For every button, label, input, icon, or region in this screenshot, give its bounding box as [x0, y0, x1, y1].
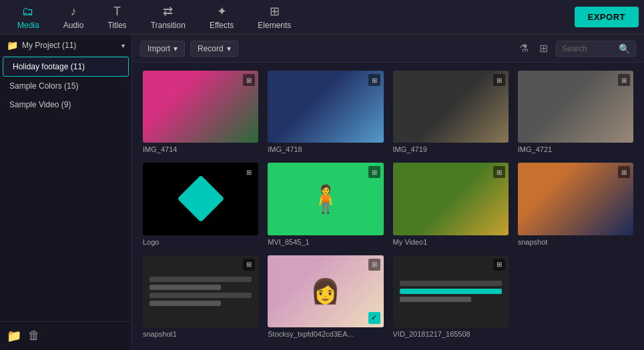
media-grid: ⊞ IMG_4714 ⊞ IMG_4718 ⊞ IMG_4719	[132, 63, 644, 350]
import-chevron-icon: ▾	[174, 44, 178, 53]
transition-icon: ⇄	[163, 4, 173, 19]
toolbar-elements-label: Elements	[258, 21, 291, 30]
toolbar-titles[interactable]: T Titles	[95, 2, 138, 33]
import-label: Import	[147, 44, 170, 53]
media-icon: 🗂	[22, 5, 34, 19]
media-label-img4719: IMG_4719	[393, 145, 509, 153]
main-area: 📁 My Project (11) ▾ Holiday footage (11)…	[0, 35, 644, 350]
media-item-myvideo[interactable]: ⊞ My Video1	[393, 163, 509, 245]
line4	[149, 301, 221, 306]
toolbar-transition[interactable]: ⇄ Transition	[139, 1, 198, 33]
toolbar-effects-label: Effects	[210, 21, 234, 30]
thumb-lines	[393, 255, 509, 327]
search-box: 🔍	[556, 41, 636, 57]
sidebar-project-label: My Project (11)	[22, 41, 76, 50]
media-thumb-snap1: ⊞	[143, 255, 258, 327]
line1	[149, 277, 252, 282]
photo-icon: ⊞	[493, 74, 505, 86]
media-label-stocksy: Stocksy_txpfd042cd3EA...	[268, 330, 383, 338]
toolbar-titles-label: Titles	[107, 21, 126, 30]
media-item-img4719[interactable]: ⊞ IMG_4719	[393, 71, 509, 153]
toolbar-media[interactable]: 🗂 Media	[5, 2, 51, 33]
media-item-img4714[interactable]: ⊞ IMG_4714	[143, 71, 258, 153]
export-button[interactable]: EXPORT	[575, 7, 639, 27]
media-item-vid20181217[interactable]: ⊞ VID_20181217_165508	[393, 255, 509, 338]
photo-icon: ⊞	[243, 74, 255, 86]
media-label-snapshot: snapshot	[518, 238, 633, 246]
sidebar-project[interactable]: 📁 My Project (11) ▾	[0, 35, 131, 57]
media-item-img4721[interactable]: ⊞ IMG_4721	[518, 71, 633, 153]
video-icon: ⊞	[493, 166, 505, 178]
main-toolbar: 🗂 Media ♪ Audio T Titles ⇄ Transition ✦ …	[0, 0, 644, 35]
content-area: Import ▾ Record ▾ ⚗ ⊞ 🔍 ⊞ IMG_4714	[132, 35, 644, 350]
media-label-img4721: IMG_4721	[518, 145, 633, 153]
media-label-myvideo: My Video1	[393, 238, 509, 246]
toolbar-audio-label: Audio	[63, 21, 84, 30]
search-icon: 🔍	[619, 43, 630, 54]
media-label-vid20181217: VID_20181217_165508	[393, 330, 509, 338]
record-chevron-icon: ▾	[227, 44, 231, 53]
toolbar-transition-label: Transition	[151, 21, 186, 30]
filter-icon[interactable]: ⚗	[517, 39, 531, 57]
sidebar-item-sample-video[interactable]: Sample Video (9)	[0, 95, 131, 114]
media-thumb-snapshot: ⊞	[518, 163, 633, 235]
logo-diamond	[177, 175, 224, 223]
elements-icon: ⊞	[270, 4, 280, 19]
media-thumb-stocksy: 👩 ⊞ ✓	[268, 255, 383, 327]
line3	[400, 297, 471, 302]
audio-icon: ♪	[71, 5, 77, 19]
video-icon: ⊞	[243, 166, 255, 178]
toolbar-elements[interactable]: ⊞ Elements	[246, 1, 303, 33]
sidebar-item-holiday-label: Holiday footage (11)	[13, 62, 85, 71]
media-item-snapshot1[interactable]: ⊞ snapshot1	[143, 255, 258, 338]
media-thumb-img4714: ⊞	[143, 71, 258, 143]
media-item-mvi8545[interactable]: 🧍 ⊞ MVI_8545_1	[268, 163, 383, 245]
media-label-snapshot1: snapshot1	[143, 330, 258, 338]
remove-folder-icon[interactable]: 🗑	[28, 329, 40, 343]
sidebar-item-sample-colors-label: Sample Colors (15)	[9, 81, 78, 91]
media-thumb-img4718: ⊞	[268, 71, 383, 143]
media-label-img4718: IMG_4718	[268, 145, 383, 153]
grid-icon[interactable]: ⊞	[537, 39, 551, 57]
sidebar: 📁 My Project (11) ▾ Holiday footage (11)…	[0, 35, 132, 350]
media-thumb-logo: ⊞	[143, 163, 258, 235]
media-label-logo: Logo	[143, 238, 258, 246]
sidebar-item-holiday[interactable]: Holiday footage (11)	[3, 57, 129, 77]
search-input[interactable]	[562, 44, 615, 53]
line3	[149, 293, 252, 298]
person-icon: 👩	[310, 277, 340, 305]
media-thumb-vid: ⊞	[393, 255, 509, 327]
photo-icon: ⊞	[368, 74, 380, 86]
thumb-lines	[143, 255, 258, 327]
line2	[149, 285, 221, 290]
folder-icon: 📁	[7, 40, 18, 51]
content-toolbar: Import ▾ Record ▾ ⚗ ⊞ 🔍	[132, 35, 644, 63]
line1	[400, 281, 502, 286]
media-thumb-img4721: ⊞	[518, 71, 633, 143]
add-folder-icon[interactable]: 📁	[7, 329, 21, 343]
toolbar-media-label: Media	[17, 21, 39, 30]
sidebar-item-sample-colors[interactable]: Sample Colors (15)	[0, 77, 131, 95]
media-thumb-mvi: 🧍 ⊞	[268, 163, 383, 235]
media-item-img4718[interactable]: ⊞ IMG_4718	[268, 71, 383, 153]
titles-icon: T	[113, 5, 121, 19]
media-item-logo[interactable]: ⊞ Logo	[143, 163, 258, 245]
media-item-snapshot[interactable]: ⊞ snapshot	[518, 163, 633, 245]
media-thumb-myvideo: ⊞	[393, 163, 509, 235]
record-button[interactable]: Record ▾	[190, 41, 238, 57]
video-icon: ⊞	[368, 166, 380, 178]
media-label-mvi8545: MVI_8545_1	[268, 238, 383, 246]
media-label-img4714: IMG_4714	[143, 145, 258, 153]
video-icon: ⊞	[243, 259, 255, 271]
toolbar-effects[interactable]: ✦ Effects	[198, 1, 246, 33]
video-icon: ⊞	[493, 259, 505, 271]
photo-icon: ⊞	[618, 166, 630, 178]
person-icon: 🧍	[309, 183, 342, 215]
sidebar-bottom: 📁 🗑	[0, 321, 131, 350]
sidebar-item-sample-video-label: Sample Video (9)	[9, 100, 71, 109]
toolbar-audio[interactable]: ♪ Audio	[51, 2, 96, 33]
import-button[interactable]: Import ▾	[140, 41, 185, 57]
media-item-stocksy[interactable]: 👩 ⊞ ✓ Stocksy_txpfd042cd3EA...	[268, 255, 383, 338]
media-thumb-img4719: ⊞	[393, 71, 509, 143]
photo-icon: ⊞	[618, 74, 630, 86]
